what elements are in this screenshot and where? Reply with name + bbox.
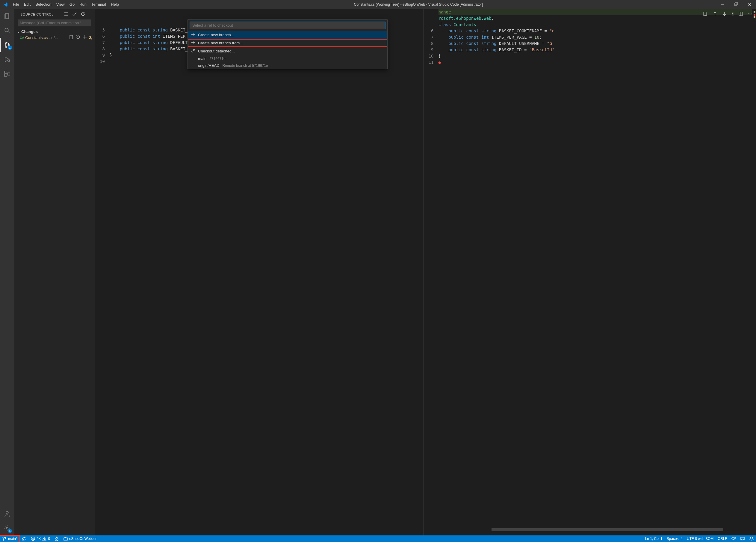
svg-point-34 <box>193 49 195 50</box>
diff-right-pane[interactable]: hangerosoft.eShopOnWeb.Web;class Constan… <box>423 9 752 535</box>
svg-point-10 <box>5 46 7 48</box>
quick-pick-item-label: Checkout detached... <box>198 49 235 53</box>
csharp-file-icon: C# <box>20 36 24 40</box>
changed-file-row[interactable]: C# Constants.cs src\... 2, <box>14 34 95 41</box>
quick-pick-item-icon <box>191 48 196 54</box>
window-controls <box>716 0 756 9</box>
quick-pick-item-label: origin/HEAD <box>198 63 220 68</box>
quick-pick-item-icon <box>191 56 196 61</box>
menu-selection[interactable]: Selection <box>33 0 54 9</box>
close-button[interactable] <box>743 0 756 9</box>
menu-help[interactable]: Help <box>108 0 121 9</box>
svg-rect-14 <box>4 74 7 76</box>
settings-badge: 1 <box>8 529 12 533</box>
editor-actions: ¶ ⋯ <box>703 11 752 17</box>
diff-left-pane[interactable]: 5 public const string BASKET_COOKIENAME … <box>95 9 423 535</box>
quick-pick-item[interactable]: Create new branch from... <box>188 39 387 47</box>
quick-pick-item-detail: Remote branch at 5716671e <box>223 64 268 68</box>
svg-line-8 <box>8 31 10 33</box>
svg-rect-1 <box>734 3 737 5</box>
svg-rect-21 <box>70 35 72 39</box>
statusbar-spaces[interactable]: Spaces: 4 <box>665 535 685 542</box>
menu-view[interactable]: View <box>54 0 67 9</box>
open-file-icon[interactable] <box>69 35 74 40</box>
branch-name: main* <box>8 537 17 541</box>
run-debug-icon[interactable] <box>0 52 14 67</box>
sidebar: SOURCE CONTROL ⋯ ⌄ Changes C# Constants.… <box>14 9 95 535</box>
quick-pick-item-detail: 5716671e <box>209 57 225 61</box>
split-editor-icon[interactable] <box>738 11 743 17</box>
commit-message-box[interactable] <box>18 19 91 26</box>
quick-pick-item-label: main <box>198 56 206 61</box>
quick-pick-input[interactable] <box>190 22 385 29</box>
discard-icon[interactable] <box>76 35 81 40</box>
svg-rect-2 <box>735 2 737 5</box>
maximize-button[interactable] <box>729 0 743 9</box>
statusbar-feedback-icon[interactable] <box>738 535 747 542</box>
statusbar-problems[interactable]: 4K 0 <box>28 535 52 542</box>
source-control-icon[interactable]: 1 <box>0 38 14 52</box>
explorer-icon[interactable] <box>0 9 14 23</box>
extensions-icon[interactable] <box>0 67 14 81</box>
chevron-down-icon: ⌄ <box>17 29 20 34</box>
minimize-button[interactable] <box>716 0 729 9</box>
statusbar-solution[interactable]: eShopOnWeb.sln <box>61 535 99 542</box>
warning-count: 0 <box>48 537 50 541</box>
statusbar-language[interactable]: C# <box>729 535 738 542</box>
statusbar-notifications-icon[interactable] <box>747 535 756 542</box>
svg-point-43 <box>44 540 45 540</box>
commit-icon[interactable] <box>72 12 77 17</box>
overview-ruler-right[interactable] <box>752 9 756 535</box>
file-change-count: 2, <box>89 35 92 40</box>
statusbar-position[interactable]: Ln 1, Col 1 <box>643 535 665 542</box>
editor-more-icon[interactable]: ⋯ <box>748 11 752 17</box>
activity-bar: 1 1 <box>0 9 14 535</box>
accounts-icon[interactable] <box>0 507 14 521</box>
quick-pick-item-icon <box>191 40 196 46</box>
next-change-icon[interactable] <box>722 11 727 17</box>
svg-rect-24 <box>704 12 706 16</box>
quick-pick-item[interactable]: origin/HEADRemote branch at 5716671e <box>188 62 387 69</box>
statusbar-branch[interactable]: main* <box>0 535 19 542</box>
svg-point-7 <box>5 28 8 32</box>
svg-point-9 <box>5 42 7 44</box>
menu-terminal[interactable]: Terminal <box>89 0 108 9</box>
search-icon[interactable] <box>0 23 14 38</box>
statusbar-flame[interactable] <box>52 535 61 542</box>
panel-title: SOURCE CONTROL <box>20 13 64 16</box>
open-file-action-icon[interactable] <box>703 11 708 17</box>
menu-edit[interactable]: Edit <box>22 0 33 9</box>
changes-label: Changes <box>21 29 38 34</box>
view-tree-icon[interactable] <box>64 12 69 17</box>
menu-file[interactable]: File <box>10 0 22 9</box>
titlebar: FileEditSelectionViewGoRunTerminalHelp C… <box>0 0 756 9</box>
whitespace-icon[interactable]: ¶ <box>732 11 734 17</box>
settings-gear-icon[interactable]: 1 <box>0 521 14 535</box>
statusbar-eol[interactable]: CRLF <box>716 535 729 542</box>
quick-pick-item[interactable]: Create new branch... <box>188 31 387 39</box>
solution-name: eShopOnWeb.sln <box>69 537 97 541</box>
statusbar-sync[interactable] <box>19 535 28 542</box>
prev-change-icon[interactable] <box>713 11 717 17</box>
statusbar-encoding[interactable]: UTF-8 with BOM <box>685 535 716 542</box>
refresh-icon[interactable] <box>81 12 85 17</box>
changes-section-header[interactable]: ⌄ Changes <box>14 29 95 34</box>
menu-go[interactable]: Go <box>67 0 77 9</box>
menu-run[interactable]: Run <box>77 0 89 9</box>
quick-pick-item[interactable]: Checkout detached... <box>188 47 387 55</box>
svg-point-33 <box>192 51 193 52</box>
stage-plus-icon[interactable] <box>82 35 87 40</box>
commit-message-input[interactable] <box>18 19 91 26</box>
vscode-logo-icon <box>0 2 10 7</box>
editor-area: ¶ ⋯ 5 public const string BASKET_COOKIEN… <box>95 9 756 535</box>
quick-pick-item-icon <box>191 63 196 68</box>
quick-pick-item[interactable]: main5716671e <box>188 55 387 62</box>
svg-rect-13 <box>4 71 7 73</box>
svg-point-36 <box>3 537 4 538</box>
horizontal-scrollbar[interactable] <box>492 528 723 531</box>
quick-pick-item-label: Create new branch... <box>198 33 234 37</box>
status-bar: main* 4K 0 eShopOnWeb.sln Ln 1, Col 1 Sp… <box>0 535 756 542</box>
scm-panel-header: SOURCE CONTROL ⋯ <box>14 9 95 19</box>
svg-rect-15 <box>7 73 10 75</box>
file-name: Constants.cs <box>25 35 48 40</box>
